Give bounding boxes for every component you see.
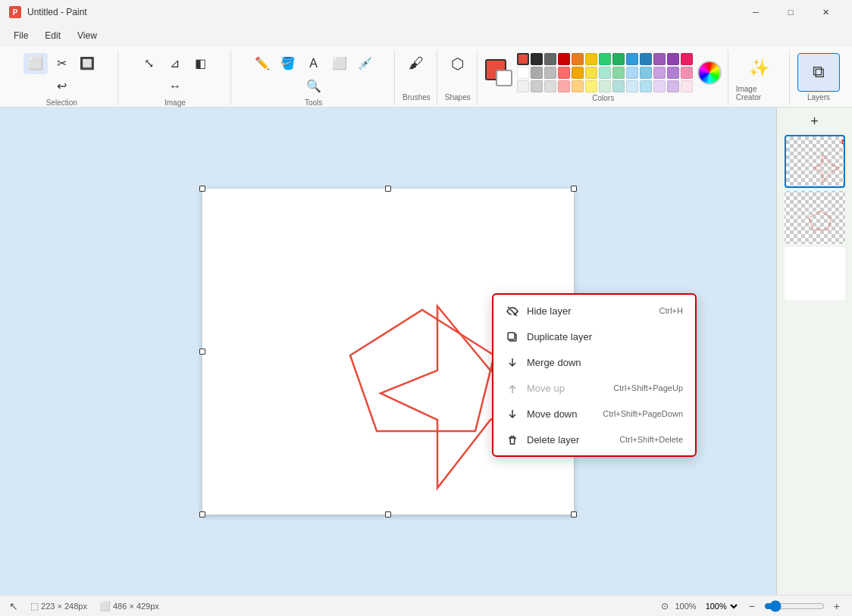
image-creator-button[interactable]: ✨ — [738, 53, 781, 83]
color-swatch[interactable] — [599, 67, 611, 79]
handle-tr[interactable] — [571, 186, 577, 192]
color-swatch[interactable] — [626, 67, 638, 79]
color-swatch[interactable] — [667, 80, 679, 92]
image-creator-icon: ✨ — [749, 58, 769, 78]
resize-tool[interactable]: ⤡ — [137, 53, 161, 74]
eraser-tool[interactable]: ⬜ — [327, 53, 352, 74]
rotate-tool[interactable]: ↩ — [49, 76, 74, 97]
layer-item-3[interactable] — [785, 247, 845, 300]
delete-layer-icon — [506, 433, 519, 446]
context-menu-duplicate-layer[interactable]: Duplicate layer — [493, 324, 695, 349]
color-swatch[interactable] — [640, 53, 652, 65]
color-swatch[interactable] — [681, 53, 693, 65]
color-swatch[interactable] — [572, 67, 584, 79]
color-swatch[interactable] — [612, 67, 625, 79]
handle-ml[interactable] — [199, 349, 205, 355]
maximize-button[interactable]: □ — [773, 0, 808, 24]
color-swatch[interactable] — [653, 67, 666, 79]
svg-marker-4 — [813, 155, 839, 183]
layers-label: Layers — [807, 93, 830, 102]
color-swatch[interactable] — [585, 80, 597, 92]
color-swatch[interactable] — [544, 67, 556, 79]
shapes-label: Shapes — [445, 93, 471, 102]
zoom-level: 100% — [675, 602, 696, 611]
pencil-tool[interactable]: ✏️ — [250, 53, 274, 74]
skew-tool[interactable]: ⊿ — [163, 53, 187, 74]
menu-view[interactable]: View — [70, 27, 105, 44]
color-swatch[interactable] — [544, 53, 556, 65]
color-swatch[interactable] — [612, 53, 625, 65]
handle-tm[interactable] — [385, 186, 391, 192]
color-swatch[interactable] — [640, 80, 652, 92]
menu-edit[interactable]: Edit — [37, 27, 68, 44]
color-swatch[interactable] — [599, 80, 611, 92]
color-swatch[interactable] — [572, 53, 584, 65]
color-swatch[interactable] — [626, 53, 638, 65]
close-button[interactable]: ✕ — [808, 0, 843, 24]
background-color[interactable] — [496, 70, 512, 86]
color-swatch[interactable] — [558, 67, 570, 79]
color-swatch[interactable] — [653, 53, 666, 65]
layers-panel: + — [776, 108, 852, 595]
color-swatch[interactable] — [585, 67, 597, 79]
context-menu-delete-layer[interactable]: Delete layer Ctrl+Shift+Delete — [493, 427, 695, 452]
color-picker-tool[interactable]: 💉 — [353, 53, 377, 74]
color-swatch[interactable] — [653, 80, 666, 92]
color-swatch[interactable] — [681, 80, 693, 92]
color-swatch[interactable] — [572, 80, 584, 92]
context-menu-move-down[interactable]: Move down Ctrl+Shift+PageDown — [493, 401, 695, 427]
color-swatch[interactable] — [626, 80, 638, 92]
text-tool[interactable]: A — [302, 53, 326, 74]
main-area: Hide layer Ctrl+H Duplicate layer — [0, 108, 852, 595]
color-swatch[interactable] — [599, 53, 611, 65]
rotate-flip-tool[interactable]: ↔ — [163, 76, 187, 97]
canvas-size: ⬜ 486 × 429px — [99, 601, 159, 611]
handle-br[interactable] — [571, 511, 577, 518]
zoom-slider[interactable] — [764, 600, 825, 612]
color-swatch[interactable] — [544, 80, 556, 92]
canvas-area[interactable]: Hide layer Ctrl+H Duplicate layer — [0, 108, 776, 595]
handle-bl[interactable] — [199, 511, 205, 518]
color-swatch[interactable] — [531, 67, 543, 79]
minimize-button[interactable]: ─ — [738, 0, 773, 24]
color-swatch[interactable] — [667, 53, 679, 65]
color-swatch[interactable] — [517, 80, 529, 92]
color-swatch[interactable] — [531, 80, 543, 92]
color-wheel[interactable] — [697, 61, 722, 85]
color-swatch[interactable] — [681, 67, 693, 79]
color-swatch[interactable] — [517, 67, 529, 79]
rectangular-selection-tool[interactable]: ⬜ — [23, 53, 48, 74]
color-swatch[interactable] — [667, 67, 679, 79]
handle-tl[interactable] — [199, 186, 205, 192]
free-selection-tool[interactable]: ✂ — [49, 53, 74, 74]
zoom-dropdown[interactable]: 100% 200% 50% 25% — [703, 601, 740, 611]
context-menu-merge-down[interactable]: Merge down — [493, 349, 695, 375]
color-swatch[interactable] — [640, 67, 652, 79]
brush-tool[interactable]: 🖌 — [404, 53, 428, 74]
context-menu-hide-layer[interactable]: Hide layer Ctrl+H — [493, 298, 695, 324]
layer-item-2[interactable] — [785, 191, 845, 244]
color-swatch[interactable] — [517, 53, 529, 65]
brushes-group: 🖌 Brushes — [396, 50, 437, 105]
menu-file[interactable]: File — [6, 27, 36, 44]
zoom-in-button[interactable]: + — [831, 599, 843, 614]
color-swatch[interactable] — [558, 80, 570, 92]
layer-item-1[interactable] — [785, 135, 845, 188]
color-swatch[interactable] — [612, 80, 625, 92]
layers-button[interactable]: ⧉ — [797, 53, 840, 92]
color-swatch[interactable] — [531, 53, 543, 65]
fill-tool[interactable]: 🪣 — [276, 53, 300, 74]
zoom-out-button[interactable]: − — [746, 599, 758, 614]
crop-tool[interactable]: 🔲 — [75, 53, 99, 74]
zoom-controls: ⊙ 100% 100% 200% 50% 25% − + — [661, 599, 843, 614]
delete-layer-label: Delete layer — [527, 434, 579, 446]
color-swatch[interactable] — [558, 53, 570, 65]
invert-tool[interactable]: ◧ — [189, 53, 213, 74]
magnifier-tool[interactable]: 🔍 — [302, 76, 326, 97]
context-menu-move-up: Move up Ctrl+Shift+PageUp — [493, 375, 695, 401]
statusbar: ↖ ⬚ 223 × 248px ⬜ 486 × 429px ⊙ 100% 100… — [0, 595, 852, 616]
handle-bm[interactable] — [385, 511, 391, 518]
add-layer-button[interactable]: + — [803, 111, 827, 132]
shapes-tool[interactable]: ⬡ — [446, 53, 470, 74]
color-swatch[interactable] — [585, 53, 597, 65]
